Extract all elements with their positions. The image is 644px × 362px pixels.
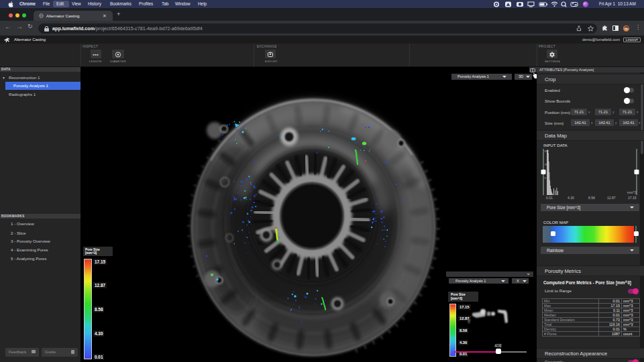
svg-text:359: 359 [545,149,549,153]
svg-text:76: 76 [545,163,548,166]
svg-text:9: 9 [545,176,547,180]
